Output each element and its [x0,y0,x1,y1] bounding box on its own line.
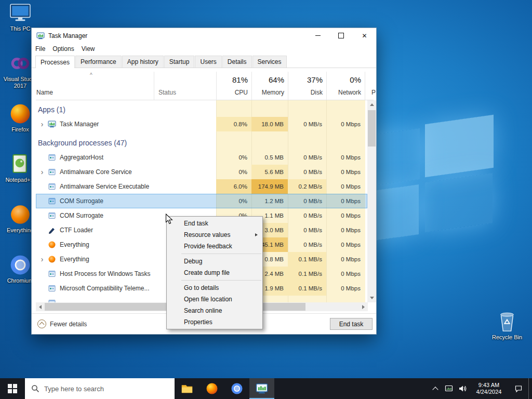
sort-ascending-icon: ^ [90,72,92,78]
generic-icon [48,182,56,191]
taskmgr-icon [48,120,56,128]
close-button[interactable]: ✕ [353,28,376,43]
show-desktop-button[interactable] [528,378,532,399]
context-menu-item-properties[interactable]: Properties [167,316,262,328]
taskbar-search[interactable]: Type here to search [25,378,175,399]
process-row-com-surrogate[interactable]: COM Surrogate0%1.2 MB0 MB/s0 Mbps [36,194,367,208]
process-disk-cell: 0.2 MB/s [288,179,326,194]
desktop-icon-label: Recycle Bin [492,334,522,341]
taskbar-button-firefox[interactable] [200,378,224,399]
tab-startup[interactable]: Startup [164,56,195,68]
process-network-cell: 0 Mbps [326,150,365,165]
column-header-network[interactable]: 0% Network [326,72,365,100]
desktop-icon-label: Chromium [7,277,34,284]
maximize-button[interactable] [329,28,353,43]
process-row-aggregatorhost[interactable]: AggregatorHost0%0.5 MB0 MB/s0 Mbps [36,150,367,165]
scroll-down-button[interactable] [367,294,376,302]
column-header-cpu[interactable]: 81% CPU [216,72,252,100]
desktop-icon-recycle-bin[interactable]: Recycle Bin [490,311,524,341]
end-task-button[interactable]: End task [330,318,373,330]
tray-task-manager-icon[interactable] [442,378,456,399]
taskbar-button-file-explorer[interactable] [175,378,200,399]
context-menu-item-end-task[interactable]: End task [167,218,262,229]
fewer-details-label: Fewer details [50,321,87,328]
menu-options[interactable]: Options [49,44,77,54]
taskbar-clock[interactable]: 9:43 AM 4/24/2024 [471,382,507,395]
process-disk-cell: 0 MB/s [288,208,326,223]
generic-icon [48,211,56,220]
expand-chevron-icon[interactable]: › [38,117,46,131]
process-row-antimalware-core-service[interactable]: ›Antimalware Core Service0%5.6 MB0 MB/s0… [36,165,367,179]
menu-separator [181,280,261,281]
column-header-disk[interactable]: 37% Disk [288,72,327,100]
process-cpu-cell: 0% [216,194,251,208]
volume-icon[interactable] [456,378,469,399]
process-group-header-background-processes-47[interactable]: Background processes (47) [36,136,367,150]
taskbar-button-chromium[interactable] [224,378,249,399]
tray-expand-button[interactable] [429,378,442,399]
tab-app-history[interactable]: App history [122,56,164,68]
context-menu-item-label: Resource values [184,231,230,238]
context-menu-item-provide-feedback[interactable]: Provide feedback [167,241,262,252]
minimize-button[interactable] [306,28,329,43]
tab-details[interactable]: Details [222,56,252,68]
wallpaper-pane [425,173,493,232]
process-disk-cell: 0 MB/s [288,194,326,208]
context-menu-item-create-dump-file[interactable]: Create dump file [167,267,262,278]
process-network-cell: 0 Mbps [326,165,365,179]
firefox-icon [9,103,31,125]
tab-processes[interactable]: Processes [35,56,75,68]
scroll-up-button[interactable] [367,100,376,109]
menu-view[interactable]: View [78,44,99,54]
context-menu-item-open-file-location[interactable]: Open file location [167,294,262,305]
process-disk-cell: 0.1 MB/s [288,252,326,267]
process-cpu-cell: 0.8% [216,117,251,131]
collapse-circle-icon [37,320,46,328]
column-header-memory[interactable]: 64% Memory [251,72,288,100]
taskbar-button-task-manager[interactable] [249,378,274,399]
start-button[interactable] [0,378,25,399]
column-header-status[interactable]: Status [154,72,217,100]
process-status-cell [154,165,216,179]
memory-total-percent: 64% [269,75,284,84]
context-menu-item-debug[interactable]: Debug [167,256,262,267]
vertical-scrollbar[interactable] [367,100,376,302]
context-menu-item-label: End task [184,220,208,227]
process-network-cell [326,296,365,302]
generic-icon [48,153,56,162]
right-arrow-icon [362,305,365,309]
network-total-percent: 0% [350,75,361,84]
scroll-left-button[interactable] [36,302,45,311]
minimize-icon [315,35,321,36]
context-menu-item-resource-values[interactable]: Resource values [167,229,262,241]
process-name-cell: COM Surrogate [36,208,154,223]
column-header-partial[interactable]: P [365,72,374,100]
tab-users[interactable]: Users [195,56,221,68]
process-name: COM Surrogate [60,208,103,223]
vertical-scrollbar-thumb[interactable] [368,110,376,147]
process-name-cell: Microsoft Compatibility Teleme... [36,281,154,296]
submenu-arrow-icon [255,233,258,236]
column-header-name[interactable]: ^ Name [36,72,154,100]
action-center-button[interactable] [509,378,528,399]
fewer-details-button[interactable]: Fewer details [37,320,87,328]
expand-chevron-icon[interactable]: › [38,252,46,267]
process-row-antimalware-service-executable[interactable]: Antimalware Service Executable6.0%174.9 … [36,179,367,194]
tab-services[interactable]: Services [252,56,287,68]
expand-chevron-icon[interactable]: › [38,165,46,179]
menu-file[interactable]: File [32,44,49,54]
process-disk-cell: 0 MB/s [288,237,326,252]
context-menu-item-search-online[interactable]: Search online [167,305,262,316]
context-menu-item-label: Go to details [184,284,219,291]
scroll-right-button[interactable] [359,302,368,311]
process-group-header-apps-1[interactable]: Apps (1) [36,102,367,117]
process-name: AggregatorHost [60,150,103,165]
context-menu-item-label: Search online [184,307,222,314]
column-header-label: P [371,89,376,96]
folder-icon [181,382,193,395]
column-header-label: Memory [262,89,284,96]
tab-performance[interactable]: Performance [75,56,122,68]
title-bar[interactable]: Task Manager ✕ [32,28,376,43]
process-row-task-manager[interactable]: ›Task Manager0.8%18.0 MB0 MB/s0 Mbps [36,117,367,131]
context-menu-item-go-to-details[interactable]: Go to details [167,282,262,294]
